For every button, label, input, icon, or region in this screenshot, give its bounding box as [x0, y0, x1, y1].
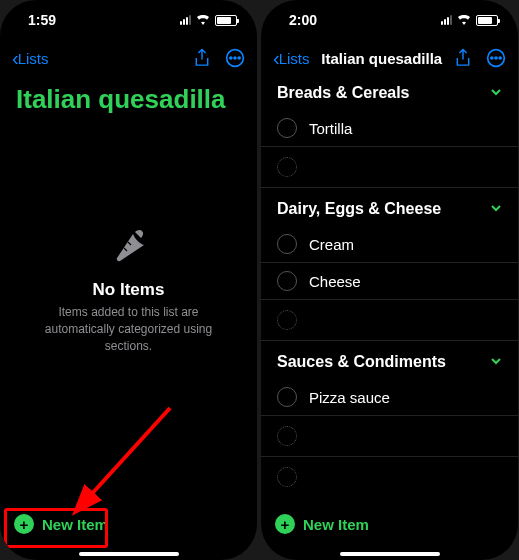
dotted-circle-icon [277, 426, 297, 446]
checkbox-icon[interactable] [277, 271, 297, 291]
plus-icon [14, 514, 34, 534]
empty-subtitle: Items added to this list are automatical… [24, 304, 233, 354]
chevron-down-icon [490, 84, 502, 102]
plus-icon [275, 514, 295, 534]
add-item-placeholder[interactable] [261, 416, 518, 457]
dotted-circle-icon [277, 157, 297, 177]
item-label: Pizza sauce [309, 389, 390, 406]
new-item-label: New Item [303, 516, 369, 533]
add-item-placeholder[interactable] [261, 147, 518, 188]
item-label: Cream [309, 236, 354, 253]
dotted-circle-icon [277, 467, 297, 487]
new-item-label: New Item [42, 516, 108, 533]
item-label: Cheese [309, 273, 361, 290]
add-item-placeholder[interactable] [261, 457, 518, 497]
status-icons [441, 12, 498, 28]
navbar: ‹ Lists Italian quesadilla [261, 40, 518, 76]
empty-title: No Items [93, 280, 165, 300]
list-item[interactable]: Cheese [261, 263, 518, 300]
svg-point-8 [499, 57, 501, 59]
cellular-icon [441, 15, 452, 25]
section-header-dairy[interactable]: Dairy, Eggs & Cheese [261, 188, 518, 226]
status-bar: 2:00 [261, 0, 518, 40]
empty-state: No Items Items added to this list are au… [0, 115, 257, 560]
status-time: 1:59 [28, 12, 56, 28]
wifi-icon [195, 12, 211, 28]
list-content: Breads & Cereals Tortilla Dairy, Eggs & … [261, 76, 518, 560]
carrot-icon [109, 220, 149, 268]
more-icon[interactable] [225, 48, 245, 68]
wifi-icon [456, 12, 472, 28]
battery-icon [215, 15, 237, 26]
dotted-circle-icon [277, 310, 297, 330]
list-item[interactable]: Cream [261, 226, 518, 263]
navbar-title: Italian quesadilla [310, 50, 454, 67]
svg-point-7 [495, 57, 497, 59]
section-title: Sauces & Condiments [277, 353, 446, 371]
battery-icon [476, 15, 498, 26]
section-header-breads[interactable]: Breads & Cereals [261, 80, 518, 110]
svg-point-1 [230, 57, 232, 59]
svg-point-6 [491, 57, 493, 59]
section-title: Dairy, Eggs & Cheese [277, 200, 441, 218]
status-icons [180, 12, 237, 28]
section-title: Breads & Cereals [277, 84, 410, 102]
back-button[interactable]: ‹ Lists [273, 48, 310, 68]
new-item-button[interactable]: New Item [261, 504, 518, 544]
screen-populated-list: 2:00 ‹ Lists Italian quesadilla Breads [261, 0, 518, 560]
screen-empty-list: 1:59 ‹ Lists Italian quesadilla No [0, 0, 257, 560]
back-button[interactable]: ‹ Lists [12, 48, 49, 68]
more-icon[interactable] [486, 48, 506, 68]
new-item-button[interactable]: New Item [0, 504, 257, 544]
checkbox-icon[interactable] [277, 234, 297, 254]
back-label: Lists [279, 50, 310, 67]
chevron-down-icon [490, 353, 502, 371]
navbar: ‹ Lists [0, 40, 257, 76]
home-indicator[interactable] [79, 552, 179, 556]
share-icon[interactable] [454, 48, 472, 68]
cellular-icon [180, 15, 191, 25]
share-icon[interactable] [193, 48, 211, 68]
svg-point-2 [234, 57, 236, 59]
svg-point-3 [238, 57, 240, 59]
list-item[interactable]: Tortilla [261, 110, 518, 147]
add-item-placeholder[interactable] [261, 300, 518, 341]
checkbox-icon[interactable] [277, 387, 297, 407]
page-title: Italian quesadilla [0, 76, 257, 115]
home-indicator[interactable] [340, 552, 440, 556]
status-time: 2:00 [289, 12, 317, 28]
back-label: Lists [18, 50, 49, 67]
checkbox-icon[interactable] [277, 118, 297, 138]
item-label: Tortilla [309, 120, 352, 137]
section-header-sauces[interactable]: Sauces & Condiments [261, 341, 518, 379]
list-item[interactable]: Pizza sauce [261, 379, 518, 416]
status-bar: 1:59 [0, 0, 257, 40]
chevron-down-icon [490, 200, 502, 218]
